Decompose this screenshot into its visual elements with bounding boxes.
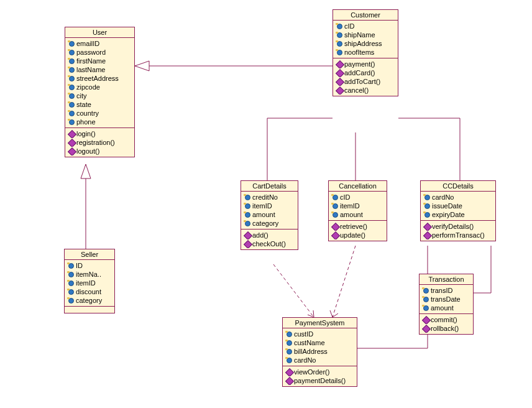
operation-icon xyxy=(336,70,343,76)
op-row: rollback() xyxy=(421,324,472,333)
attr-row: password xyxy=(66,48,133,57)
attr-row: amount xyxy=(330,210,385,219)
attr-row: emailID xyxy=(66,39,133,48)
operation-icon xyxy=(244,241,251,247)
attr-row: custName xyxy=(284,338,355,347)
attributes-section: creditNo itemID amount category xyxy=(241,192,298,230)
attr-row: amount xyxy=(242,210,296,219)
class-title: CartDetails xyxy=(241,181,298,192)
operation-icon xyxy=(68,131,75,137)
svg-line-5 xyxy=(273,264,314,317)
class-ccdetails[interactable]: CCDetails cardNo issueDate expiryDate ve… xyxy=(420,180,496,241)
operation-icon xyxy=(244,232,251,238)
op-row: verifyDetails() xyxy=(422,222,494,231)
op-row: addCard() xyxy=(334,68,397,77)
class-title: CCDetails xyxy=(421,181,495,192)
op-row: performTransac() xyxy=(422,231,494,239)
attributes-section: cardNo issueDate expiryDate xyxy=(421,192,495,221)
attributes-section: cID itemID amount xyxy=(329,192,387,221)
attr-row: country xyxy=(66,109,133,118)
attribute-icon xyxy=(244,220,251,226)
op-row: commit() xyxy=(421,315,472,324)
attributes-section: cID shipName shipAddress noofItems xyxy=(333,21,398,58)
attr-row: cID xyxy=(334,22,397,30)
operation-icon xyxy=(68,148,75,154)
attr-row: shipName xyxy=(334,30,397,39)
op-row: login() xyxy=(66,129,133,138)
attr-row: itemID xyxy=(330,202,385,210)
attribute-icon xyxy=(331,203,339,209)
attr-row: category xyxy=(66,296,113,305)
svg-line-6 xyxy=(332,246,355,317)
class-title: PaymentSystem xyxy=(283,318,357,328)
attribute-icon xyxy=(68,84,75,90)
attr-row: discount xyxy=(66,287,113,296)
attribute-icon xyxy=(244,211,251,218)
operations-section: login() registration() logout() xyxy=(65,128,134,157)
attribute-icon xyxy=(336,40,343,47)
attribute-icon xyxy=(67,262,75,269)
operations-section: commit() rollback() xyxy=(420,314,473,334)
attr-row: zipcode xyxy=(66,83,133,91)
attribute-icon xyxy=(336,49,343,55)
attr-row: transID xyxy=(421,286,472,295)
attribute-icon xyxy=(67,280,75,286)
attribute-icon xyxy=(67,289,75,295)
attribute-icon xyxy=(422,296,429,302)
attr-row: issueDate xyxy=(422,202,494,210)
operation-icon xyxy=(331,232,339,238)
class-customer[interactable]: Customer cID shipName shipAddress noofIt… xyxy=(332,9,398,96)
attribute-icon xyxy=(422,305,429,311)
class-title: Customer xyxy=(333,10,398,21)
attributes-section: emailID password firstName lastName stre… xyxy=(65,38,134,128)
class-paymentsystem[interactable]: PaymentSystem custID custName billAddres… xyxy=(282,317,357,387)
op-row: add() xyxy=(242,231,296,239)
op-row: cancel() xyxy=(334,86,397,95)
class-seller[interactable]: Seller ID itemNa.. itemID discount categ… xyxy=(64,249,115,313)
op-row: checkOut() xyxy=(242,239,296,248)
attribute-icon xyxy=(423,203,431,209)
attr-row: creditNo xyxy=(242,193,296,202)
attr-row: ID xyxy=(66,261,113,270)
attribute-icon xyxy=(336,23,343,29)
attributes-section: custID custName billAddress cardNo xyxy=(283,328,357,366)
attribute-icon xyxy=(68,67,75,73)
attr-row: category xyxy=(242,219,296,228)
attributes-section: ID itemNa.. itemID discount category xyxy=(65,260,114,307)
class-cartdetails[interactable]: CartDetails creditNo itemID amount categ… xyxy=(241,180,298,250)
operation-icon xyxy=(285,378,293,384)
attribute-icon xyxy=(423,194,431,200)
attr-row: expiryDate xyxy=(422,210,494,219)
operation-icon xyxy=(422,325,429,332)
svg-marker-1 xyxy=(135,61,149,71)
class-cancellation[interactable]: Cancellation cID itemID amount retrieve(… xyxy=(328,180,387,241)
operations-section: payment() addCard() addToCart() cancel() xyxy=(333,58,398,96)
attr-row: noofItems xyxy=(334,48,397,57)
attr-row: state xyxy=(66,100,133,109)
attribute-icon xyxy=(423,211,431,218)
attr-row: cardNo xyxy=(422,193,494,202)
op-row: retrieve() xyxy=(330,222,385,231)
op-row: logout() xyxy=(66,147,133,155)
class-transaction[interactable]: Transaction transID transDate amount com… xyxy=(419,274,474,335)
attr-row: cID xyxy=(330,193,385,202)
attr-row: streetAddress xyxy=(66,74,133,83)
attribute-icon xyxy=(285,340,293,346)
attribute-icon xyxy=(68,58,75,64)
attribute-icon xyxy=(285,331,293,337)
attr-row: billAddress xyxy=(284,347,355,356)
attr-row: cardNo xyxy=(284,356,355,364)
operation-icon xyxy=(336,78,343,85)
operations-section: viewOrder() paymentDetails() xyxy=(283,366,357,386)
operation-icon xyxy=(336,61,343,67)
attribute-icon xyxy=(67,271,75,277)
attribute-icon xyxy=(68,75,75,81)
operation-icon xyxy=(423,223,431,230)
attribute-icon xyxy=(68,40,75,47)
attribute-icon xyxy=(67,297,75,304)
operation-icon xyxy=(422,317,429,323)
class-title: Seller xyxy=(65,249,114,260)
operations-section xyxy=(65,307,114,313)
op-row: registration() xyxy=(66,138,133,147)
class-user[interactable]: User emailID password firstName lastName… xyxy=(65,27,135,157)
